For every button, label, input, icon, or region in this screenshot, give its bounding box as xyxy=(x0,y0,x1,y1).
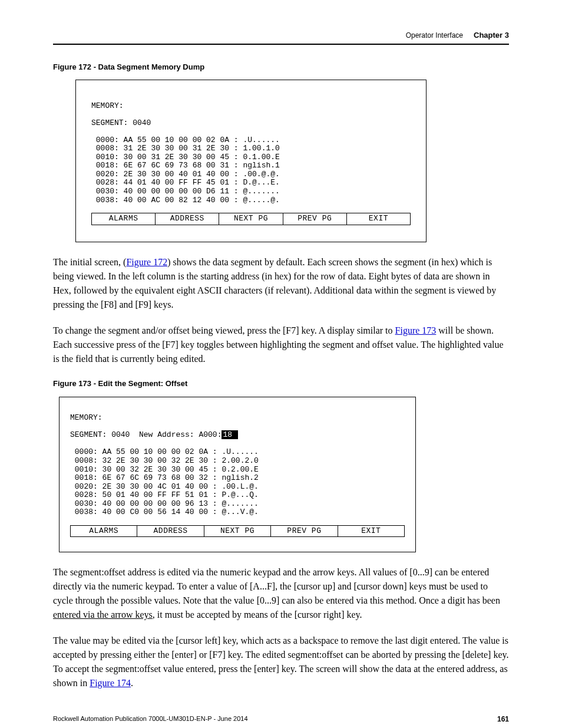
prev-pg-button[interactable]: PREV PG xyxy=(271,526,338,537)
memory-dump-screen-173: MEMORY: SEGMENT: 0040 New Address: A000:… xyxy=(59,397,416,552)
dump-row: 0020: 2E 30 30 00 4C 01 40 00 : .00.L.@. xyxy=(70,482,259,491)
screen-title: MEMORY: xyxy=(91,101,124,110)
body-paragraph-3: The segment:offset address is edited via… xyxy=(53,565,509,622)
next-pg-button[interactable]: NEXT PG xyxy=(204,526,271,537)
prev-pg-button[interactable]: PREV PG xyxy=(283,213,347,225)
screen-title: MEMORY: xyxy=(70,413,103,422)
exit-button[interactable]: EXIT xyxy=(338,526,405,537)
alarms-button[interactable]: ALARMS xyxy=(92,213,156,225)
dump-row: 0010: 30 00 32 2E 30 30 00 45 : 0.2.00.E xyxy=(70,465,259,474)
dump-row: 0000: AA 55 00 10 00 00 02 0A : .U...... xyxy=(70,447,259,456)
dump-row: 0020: 2E 30 30 00 40 01 40 00 : .00.@.@. xyxy=(91,170,280,179)
next-pg-button[interactable]: NEXT PG xyxy=(219,213,283,225)
figure-174-link[interactable]: Figure 174 xyxy=(90,678,131,688)
dump-row: 0038: 40 00 AC 00 82 12 40 00 : @.....@. xyxy=(91,196,280,205)
figure-173-link[interactable]: Figure 173 xyxy=(395,325,437,335)
function-key-row: ALARMS ADDRESS NEXT PG PREV PG EXIT xyxy=(70,525,405,538)
dump-row: 0008: 31 2E 30 30 00 31 2E 30 : 1.00.1.0 xyxy=(91,144,280,153)
address-button[interactable]: ADDRESS xyxy=(137,526,204,537)
dump-row: 0028: 50 01 40 00 FF FF 51 01 : P.@...Q. xyxy=(70,490,259,499)
dump-row: 0018: 6E 67 6C 69 73 68 00 31 : nglish.1 xyxy=(91,161,280,170)
page-number: 161 xyxy=(497,714,509,724)
header-section: Operator Interface xyxy=(406,30,463,41)
dump-row: 0038: 40 00 C0 00 56 14 40 00 : @...V.@. xyxy=(70,508,259,516)
figure-172-caption: Figure 172 - Data Segment Memory Dump xyxy=(53,61,509,73)
address-button[interactable]: ADDRESS xyxy=(156,213,219,225)
figure-172-link[interactable]: Figure 172 xyxy=(126,257,167,267)
header-chapter: Chapter 3 xyxy=(474,29,509,41)
body-paragraph-4: The value may be edited via the [cursor … xyxy=(53,634,509,690)
offset-edit-field[interactable]: 18 xyxy=(222,430,237,439)
page-header: Operator Interface Chapter 3 xyxy=(53,29,509,45)
dump-row: 0018: 6E 67 6C 69 73 68 00 32 : nglish.2 xyxy=(70,473,259,482)
segment-line: SEGMENT: 0040 New Address: A000:18 xyxy=(70,430,238,439)
exit-button[interactable]: EXIT xyxy=(347,213,411,225)
publication-info: Rockwell Automation Publication 7000L-UM… xyxy=(53,714,248,724)
segment-line: SEGMENT: 0040 xyxy=(91,118,151,127)
dump-row: 0000: AA 55 00 10 00 00 02 0A : .U...... xyxy=(91,136,280,144)
body-paragraph-1: The initial screen, (Figure 172) shows t… xyxy=(53,255,509,312)
figure-173-caption: Figure 173 - Edit the Segment: Offset xyxy=(53,378,509,390)
alarms-button[interactable]: ALARMS xyxy=(71,526,137,537)
body-paragraph-2: To change the segment and/or offset bein… xyxy=(53,324,509,366)
memory-dump-screen-172: MEMORY: SEGMENT: 0040 0000: AA 55 00 10 … xyxy=(75,80,427,242)
page-footer: Rockwell Automation Publication 7000L-UM… xyxy=(53,714,509,724)
dump-row: 0008: 32 2E 30 30 00 32 2E 30 : 2.00.2.0 xyxy=(70,456,259,465)
dump-row: 0030: 40 00 00 00 00 00 96 13 : @....... xyxy=(70,499,259,508)
dump-row: 0010: 30 00 31 2E 30 30 00 45 : 0.1.00.E xyxy=(91,153,280,162)
function-key-row: ALARMS ADDRESS NEXT PG PREV PG EXIT xyxy=(91,213,411,225)
dump-row: 0030: 40 00 00 00 00 00 D6 11 : @....... xyxy=(91,187,280,196)
dump-row: 0028: 44 01 40 00 FF FF 45 01 : D.@...E. xyxy=(91,178,280,187)
underlined-text: entered via the arrow keys xyxy=(53,610,153,620)
